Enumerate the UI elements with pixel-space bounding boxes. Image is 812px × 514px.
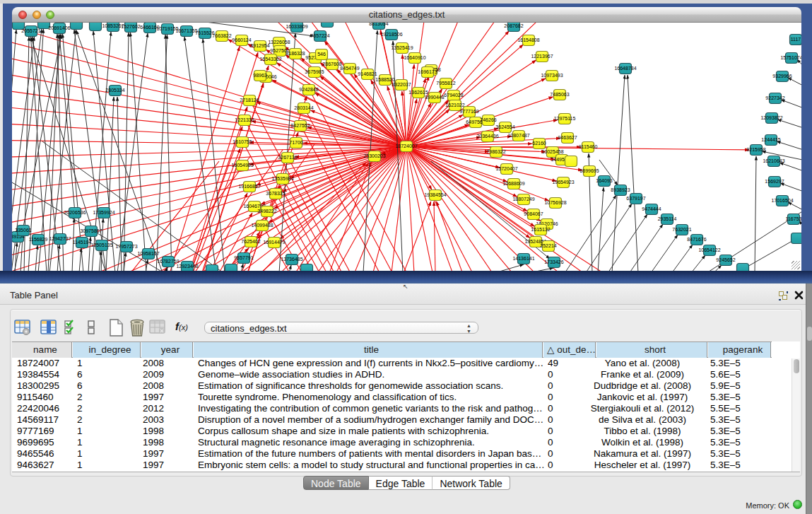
svg-text:20206536: 20206536 (64, 210, 86, 215)
svg-text:19218506: 19218506 (380, 32, 402, 37)
svg-text:1362615: 1362615 (408, 90, 428, 95)
svg-text:20364436: 20364436 (476, 134, 498, 139)
svg-text:18724007: 18724007 (395, 144, 417, 148)
svg-text:7625402: 7625402 (241, 239, 260, 244)
svg-text:8938923: 8938923 (611, 187, 630, 192)
svg-text:10958107: 10958107 (137, 251, 159, 256)
svg-text:7663822: 7663822 (212, 33, 231, 38)
svg-text:1145194: 1145194 (73, 240, 92, 245)
svg-text:1244415: 1244415 (761, 137, 780, 142)
svg-text:9329966: 9329966 (772, 74, 792, 78)
svg-text:1569297: 1569297 (765, 179, 784, 184)
svg-text:8186328: 8186328 (286, 51, 305, 56)
svg-text:8322037: 8322037 (392, 82, 411, 87)
svg-text:12505135: 12505135 (90, 243, 112, 247)
svg-text:1588520: 1588520 (375, 77, 394, 82)
svg-text:16640910: 16640910 (404, 55, 425, 60)
svg-text:13525419: 13525419 (391, 45, 413, 50)
svg-text:13226058: 13226058 (268, 40, 290, 45)
svg-text:16210643: 16210643 (763, 158, 784, 163)
svg-text:8471676: 8471676 (687, 237, 706, 242)
svg-text:8215958: 8215958 (746, 147, 765, 152)
svg-text:17016504: 17016504 (771, 198, 793, 203)
svg-text:19654923: 19654923 (552, 180, 574, 185)
svg-text:3498222: 3498222 (257, 209, 276, 214)
svg-text:9245652: 9245652 (716, 257, 735, 262)
svg-text:2867608: 2867608 (322, 62, 341, 66)
svg-text:20691406: 20691406 (48, 25, 70, 30)
svg-text:1621022: 1621022 (445, 103, 464, 107)
svg-text:3624554: 3624554 (495, 124, 514, 129)
svg-text:3675985: 3675985 (305, 69, 324, 74)
svg-text:6794028: 6794028 (444, 93, 463, 98)
svg-text:10025458: 10025458 (541, 149, 563, 154)
svg-text:19384554: 19384554 (424, 192, 446, 197)
svg-text:9242848: 9242848 (299, 87, 318, 92)
svg-text:7986322: 7986322 (486, 149, 505, 154)
svg-text:1527602: 1527602 (121, 24, 140, 29)
svg-text:16782759: 16782759 (157, 259, 179, 264)
svg-text:7955812: 7955812 (436, 81, 455, 86)
svg-text:15751074: 15751074 (780, 55, 801, 60)
svg-text:13736485: 13736485 (281, 257, 302, 262)
svg-text:16914479: 16914479 (263, 240, 285, 245)
svg-text:8427552: 8427552 (290, 123, 310, 128)
svg-text:7632021: 7632021 (672, 227, 691, 232)
svg-text:10973493: 10973493 (541, 73, 563, 78)
svg-text:16671355: 16671355 (175, 28, 197, 33)
svg-text:15720407: 15720407 (495, 166, 517, 171)
svg-text:18807249: 18807249 (512, 197, 534, 201)
svg-text:164093: 164093 (596, 178, 612, 183)
svg-text:10756928: 10756928 (544, 200, 566, 205)
svg-text:10807487: 10807487 (507, 133, 529, 138)
svg-text:9777169: 9777169 (459, 109, 478, 114)
svg-text:1696173: 1696173 (418, 69, 437, 74)
svg-text:8813054: 8813054 (369, 23, 388, 26)
svg-text:30975867: 30975867 (80, 228, 102, 233)
svg-text:9463627: 9463627 (558, 135, 577, 140)
svg-text:12942737: 12942737 (49, 236, 71, 241)
svg-text:12093872: 12093872 (760, 115, 782, 120)
svg-text:16543362: 16543362 (259, 57, 281, 62)
svg-text:116753: 116753 (786, 216, 801, 221)
svg-text:98963: 98963 (253, 73, 267, 78)
svg-text:3678335: 3678335 (266, 191, 285, 196)
svg-text:9146821: 9146821 (358, 71, 377, 76)
svg-text:1117: 1117 (791, 37, 801, 42)
svg-text:25300203: 25300203 (363, 153, 385, 158)
svg-text:16154808: 16154808 (517, 37, 539, 42)
svg-text:9227342: 9227342 (765, 95, 784, 100)
svg-text:2718126: 2718126 (240, 98, 259, 103)
svg-text:8912954: 8912954 (250, 43, 269, 48)
svg-text:10688609: 10688609 (502, 181, 524, 186)
svg-text:62160: 62160 (532, 141, 546, 146)
svg-text:2935114: 2935114 (658, 216, 677, 221)
svg-text:7485063: 7485063 (550, 92, 569, 97)
svg-text:7357224: 7357224 (310, 33, 329, 38)
svg-text:1610755: 1610755 (233, 139, 252, 144)
svg-text:2087682: 2087682 (504, 23, 523, 28)
svg-text:16648784: 16648784 (614, 66, 636, 71)
svg-text:17957273: 17957273 (115, 244, 137, 249)
svg-text:8454749: 8454749 (340, 66, 359, 71)
svg-text:6899695: 6899695 (579, 168, 599, 173)
svg-text:16054985: 16054985 (231, 163, 253, 168)
svg-text:10654122: 10654122 (698, 247, 720, 252)
svg-text:12213967: 12213967 (531, 54, 553, 59)
svg-text:335061: 335061 (15, 228, 31, 233)
svg-text:2803144: 2803144 (294, 105, 313, 110)
svg-text:14099488: 14099488 (251, 223, 273, 228)
svg-text:71700: 71700 (289, 140, 303, 145)
svg-text:14136141: 14136141 (512, 256, 534, 261)
svg-text:9660124: 9660124 (232, 37, 251, 42)
svg-text:19166857: 19166857 (238, 184, 260, 189)
svg-text:13535984: 13535984 (271, 176, 293, 181)
svg-text:9084067: 9084067 (524, 211, 543, 216)
svg-text:8990448: 8990448 (425, 95, 444, 100)
svg-text:16033809: 16033809 (286, 24, 307, 29)
svg-text:1156829: 1156829 (29, 237, 48, 242)
svg-text:2055721: 2055721 (21, 28, 40, 33)
svg-text:17359924: 17359924 (93, 210, 114, 215)
svg-text:252214: 252214 (540, 243, 556, 248)
svg-text:9857791: 9857791 (234, 255, 253, 260)
